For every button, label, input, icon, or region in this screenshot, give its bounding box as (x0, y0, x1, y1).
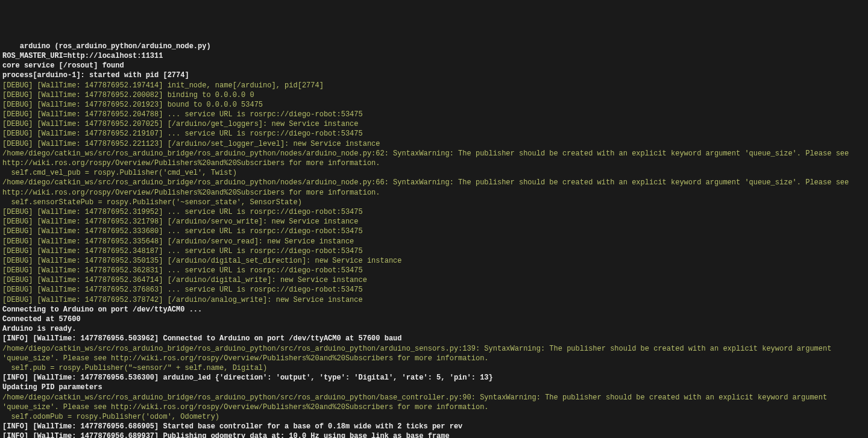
terminal-line: /home/diego/catkin_ws/src/ros_arduino_br… (2, 344, 866, 363)
terminal-line: [DEBUG] [WallTime: 1477876952.201923] bo… (2, 100, 866, 110)
terminal-line: [DEBUG] [WallTime: 1477876952.207025] [/… (2, 119, 866, 129)
terminal-line: [DEBUG] [WallTime: 1477876952.219107] ..… (2, 129, 866, 139)
terminal-line: [INFO] [WallTime: 1477876956.689937] Pub… (2, 431, 866, 438)
terminal-line: [DEBUG] [WallTime: 1477876952.350135] [/… (2, 256, 866, 266)
terminal-line: arduino (ros_arduino_python/arduino_node… (2, 42, 866, 51)
terminal-line: core service [/rosout] found (2, 61, 866, 70)
terminal-line: [DEBUG] [WallTime: 1477876952.378742] [/… (2, 295, 866, 305)
terminal-line: Connected at 57600 (2, 314, 866, 324)
terminal-line: self.cmd_vel_pub = rospy.Publisher('cmd_… (2, 168, 866, 178)
terminal-line: Connecting to Arduino on port /dev/ttyAC… (2, 305, 866, 314)
terminal-line: [INFO] [WallTime: 1477876956.686905] Sta… (2, 422, 866, 431)
terminal-line: [DEBUG] [WallTime: 1477876952.348187] ..… (2, 246, 866, 256)
terminal-line: [DEBUG] [WallTime: 1477876952.362831] ..… (2, 266, 866, 275)
terminal-line: Updating PID parameters (2, 383, 866, 392)
terminal-line: [DEBUG] [WallTime: 1477876952.321798] [/… (2, 217, 866, 227)
terminal-line: [DEBUG] [WallTime: 1477876952.197414] in… (2, 81, 866, 90)
terminal-line: process[arduino-1]: started with pid [27… (2, 70, 866, 80)
terminal-line: /home/diego/catkin_ws/src/ros_arduino_br… (2, 149, 866, 168)
terminal-line: [INFO] [WallTime: 1477876956.503962] Con… (2, 334, 866, 343)
terminal-line: [DEBUG] [WallTime: 1477876952.204788] ..… (2, 110, 866, 119)
terminal-line: [DEBUG] [WallTime: 1477876952.221123] [/… (2, 139, 866, 149)
terminal-line: self.odomPub = rospy.Publisher('odom', O… (2, 412, 866, 422)
terminal-line: Arduino is ready. (2, 324, 866, 334)
terminal-line: [DEBUG] [WallTime: 1477876952.319952] ..… (2, 207, 866, 217)
terminal-line: [DEBUG] [WallTime: 1477876952.364714] [/… (2, 275, 866, 285)
terminal-line: /home/diego/catkin_ws/src/ros_arduino_br… (2, 393, 866, 412)
terminal-line: [DEBUG] [WallTime: 1477876952.333680] ..… (2, 227, 866, 236)
terminal-line: self.sensorStatePub = rospy.Publisher('~… (2, 198, 866, 207)
terminal-line: [DEBUG] [WallTime: 1477876952.376863] ..… (2, 285, 866, 295)
terminal-line: self.pub = rospy.Publisher("~sensor/" + … (2, 363, 866, 373)
terminal-line: [DEBUG] [WallTime: 1477876952.200082] bi… (2, 90, 866, 100)
terminal-line: [INFO] [WallTime: 1477876956.536300] ard… (2, 373, 866, 383)
terminal-line: /home/diego/catkin_ws/src/ros_arduino_br… (2, 178, 866, 197)
terminal-output[interactable]: arduino (ros_arduino_python/arduino_node… (2, 42, 866, 438)
terminal-line: [DEBUG] [WallTime: 1477876952.335648] [/… (2, 237, 866, 246)
terminal-line: ROS_MASTER_URI=http://localhost:11311 (2, 51, 866, 61)
